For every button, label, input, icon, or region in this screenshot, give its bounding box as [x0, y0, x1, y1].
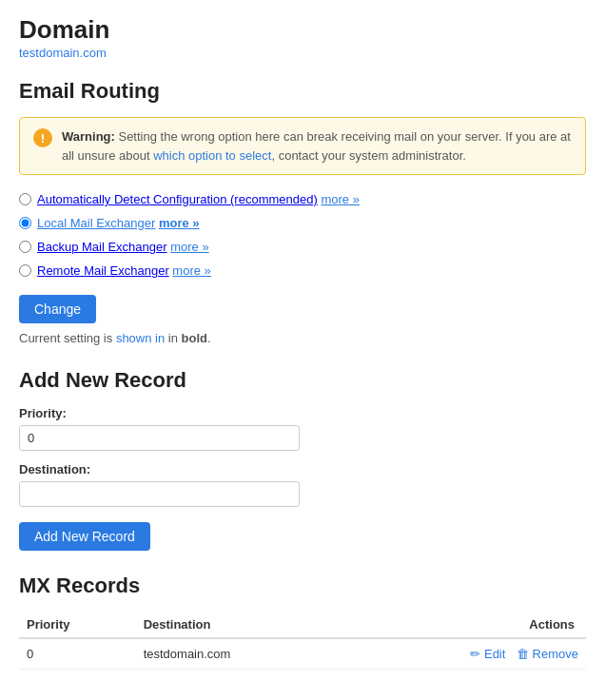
domain-title: Domain: [19, 15, 586, 45]
table-header-row: Priority Destination Actions: [19, 612, 586, 638]
remove-link[interactable]: 🗑 Remove: [517, 647, 578, 661]
pencil-icon: ✏: [470, 647, 480, 661]
priority-group: Priority:: [19, 406, 586, 451]
current-suffix: .: [207, 331, 211, 345]
table-row: 0 testdomain.com ✏ Edit 🗑 Remove: [19, 638, 586, 670]
radio-auto-label[interactable]: Automatically Detect Configuration (reco…: [37, 192, 360, 206]
add-record-section: Add New Record Priority: Destination: Ad…: [19, 368, 586, 551]
auto-more-link[interactable]: more »: [321, 192, 359, 206]
mx-records-table: Priority Destination Actions 0 testdomai…: [19, 612, 586, 670]
add-new-record-button[interactable]: Add New Record: [19, 522, 150, 551]
radio-backup[interactable]: [19, 241, 31, 253]
current-shown: shown in: [116, 331, 165, 345]
warning-icon: !: [33, 128, 52, 147]
radio-remote-label[interactable]: Remote Mail Exchanger more »: [37, 263, 211, 278]
warning-text: Warning: Setting the wrong option here c…: [62, 127, 572, 165]
domain-link[interactable]: testdomain.com: [19, 46, 107, 60]
add-record-title: Add New Record: [19, 368, 586, 393]
warning-bold: Warning:: [62, 129, 115, 144]
radio-local[interactable]: [19, 217, 31, 229]
radio-local-label[interactable]: Local Mail Exchanger more »: [37, 216, 200, 230]
radio-item-backup: Backup Mail Exchanger more »: [19, 240, 586, 254]
warning-message2: , contact your system administrator.: [271, 148, 465, 163]
remote-mail-link[interactable]: Remote Mail Exchanger: [37, 263, 169, 278]
radio-backup-label[interactable]: Backup Mail Exchanger more »: [37, 240, 209, 254]
trash-icon: 🗑: [517, 647, 529, 661]
radio-item-remote: Remote Mail Exchanger more »: [19, 263, 586, 278]
col-priority: Priority: [19, 612, 136, 638]
domain-section: Domain testdomain.com: [19, 15, 586, 60]
local-more-link[interactable]: more »: [159, 216, 200, 230]
backup-mail-link[interactable]: Backup Mail Exchanger: [37, 240, 167, 254]
priority-label: Priority:: [19, 406, 586, 420]
mx-records-title: MX Records: [19, 574, 586, 598]
radio-auto[interactable]: [19, 193, 31, 205]
radio-item-local: Local Mail Exchanger more »: [19, 216, 586, 230]
cell-priority: 0: [19, 638, 136, 670]
warning-link[interactable]: which option to select: [153, 148, 271, 163]
destination-group: Destination:: [19, 462, 586, 507]
current-bold: bold: [182, 331, 207, 345]
mx-records-section: MX Records Priority Destination Actions …: [19, 574, 586, 670]
auto-detect-link[interactable]: Automatically Detect Configuration (reco…: [37, 192, 318, 206]
radio-item-auto: Automatically Detect Configuration (reco…: [19, 192, 586, 206]
backup-more-link[interactable]: more »: [170, 240, 208, 254]
col-actions: Actions: [340, 612, 586, 638]
email-routing-section: Email Routing ! Warning: Setting the wro…: [19, 79, 586, 345]
current-setting-text: Current setting is shown in in bold.: [19, 331, 586, 345]
edit-link[interactable]: ✏ Edit: [470, 647, 509, 661]
priority-input[interactable]: [19, 425, 300, 451]
cell-destination: testdomain.com: [136, 638, 341, 670]
routing-options: Automatically Detect Configuration (reco…: [19, 192, 586, 278]
col-destination: Destination: [136, 612, 341, 638]
destination-input[interactable]: [19, 481, 300, 507]
email-routing-title: Email Routing: [19, 79, 586, 104]
remote-more-link[interactable]: more »: [172, 263, 210, 278]
cell-actions: ✏ Edit 🗑 Remove: [340, 638, 586, 670]
radio-remote[interactable]: [19, 264, 31, 277]
change-button[interactable]: Change: [19, 295, 96, 323]
warning-box: ! Warning: Setting the wrong option here…: [19, 117, 586, 175]
current-prefix: Current setting is: [19, 331, 116, 345]
local-mail-link[interactable]: Local Mail Exchanger: [37, 216, 155, 230]
destination-label: Destination:: [19, 462, 586, 476]
